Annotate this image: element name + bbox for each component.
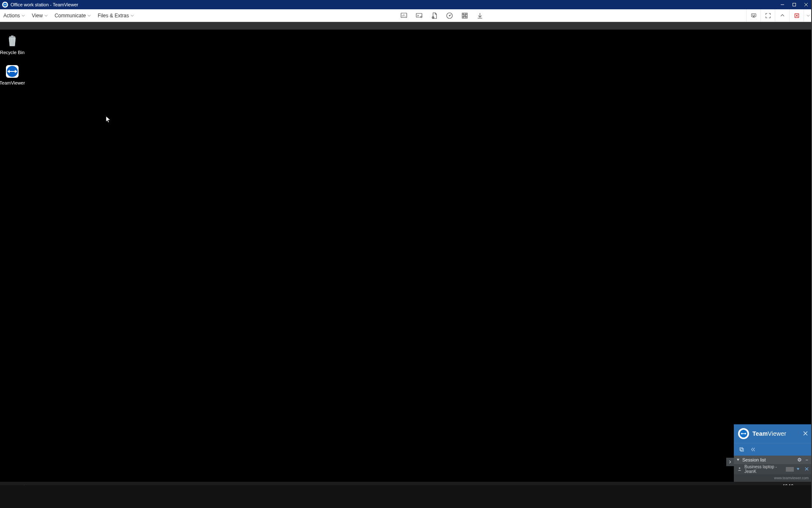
menu-actions-label: Actions (3, 13, 20, 19)
teamviewer-logo-icon (738, 428, 749, 439)
chevron-down-icon (44, 14, 48, 17)
collapse-toolbar-icon[interactable] (775, 9, 789, 22)
svg-rect-41 (740, 448, 743, 451)
end-session-dropdown[interactable] (804, 9, 812, 22)
menu-files-extras-label: Files & Extras (98, 13, 129, 19)
gear-icon[interactable]: ⚙ (797, 457, 802, 463)
svg-rect-2 (793, 3, 796, 6)
menu-view-label: View (32, 13, 43, 19)
panel-expand-tab[interactable] (726, 458, 734, 466)
main-toolbar: Actions View Communicate Files & Extras (0, 9, 812, 22)
svg-point-14 (449, 15, 450, 16)
chevron-down-icon (807, 14, 810, 17)
maximize-button[interactable] (788, 0, 800, 9)
teamviewer-app-icon (2, 2, 8, 8)
session-list-header[interactable]: Session list ⚙ − (734, 456, 812, 464)
panel-footer: www.teamviewer.com (734, 474, 812, 482)
panel-collapse-icon[interactable] (750, 447, 756, 452)
chevron-down-icon (131, 14, 134, 17)
desktop-icon-recycle-bin[interactable]: Recycle Bin (0, 34, 27, 55)
minus-icon[interactable]: − (804, 457, 809, 462)
session-close-icon[interactable] (802, 467, 809, 472)
secondary-bar (0, 22, 812, 30)
remote-desktop-viewport[interactable]: Recycle Bin TeamViewer (0, 30, 812, 495)
panel-header: TeamViewer (734, 424, 812, 443)
fullscreen-icon[interactable] (760, 9, 775, 22)
monitoring-icon[interactable] (399, 11, 409, 20)
svg-rect-31 (11, 36, 14, 36)
triangle-down-icon (736, 458, 740, 462)
chevron-down-icon (22, 14, 25, 17)
svg-point-42 (739, 467, 741, 469)
desktop-icon-label: TeamViewer (0, 80, 27, 85)
menu-actions[interactable]: Actions (0, 9, 28, 22)
desktop-icon-label: Recycle Bin (0, 50, 27, 55)
panel-close-button[interactable] (803, 431, 808, 437)
close-icon (803, 431, 808, 436)
recycle-bin-icon (5, 34, 19, 48)
window-titlebar: Office work station - TeamViewer (0, 0, 812, 9)
menu-communicate-label: Communicate (54, 13, 86, 19)
feedback-icon[interactable] (746, 9, 760, 22)
close-button[interactable] (800, 0, 812, 9)
remote-scripting-icon[interactable] (430, 11, 439, 20)
chevron-right-icon (728, 460, 732, 464)
minimize-button[interactable] (777, 0, 788, 9)
svg-point-25 (752, 15, 753, 15)
teamviewer-side-panel: TeamViewer Ses (734, 424, 812, 482)
session-entry-label: Business laptop - JeanK (744, 464, 783, 474)
svg-point-26 (754, 15, 755, 15)
end-session-button[interactable] (789, 9, 804, 22)
teamviewer-icon (5, 64, 19, 79)
download-icon[interactable] (475, 11, 485, 20)
svg-point-10 (420, 16, 422, 17)
performance-icon[interactable] (445, 11, 454, 20)
svg-rect-30 (9, 36, 15, 38)
patch-grid-icon[interactable] (460, 11, 469, 20)
remote-cursor-icon (106, 116, 111, 125)
viewer-bottom-gap (0, 485, 812, 508)
svg-rect-40 (741, 448, 744, 451)
menu-files-extras[interactable]: Files & Extras (94, 9, 137, 22)
panel-brand: TeamViewer (752, 430, 800, 437)
session-list-label: Session list (742, 457, 766, 462)
panel-footer-link[interactable]: www.teamviewer.com (774, 476, 809, 480)
panel-toolrow (734, 443, 812, 456)
session-entry[interactable]: Business laptop - JeanK xxx (734, 464, 812, 474)
menu-view[interactable]: View (28, 9, 51, 22)
desktop-icon-teamviewer[interactable]: TeamViewer (0, 64, 27, 85)
triangle-down-icon[interactable] (796, 467, 800, 472)
window-title: Office work station - TeamViewer (11, 2, 777, 7)
remote-terminal-icon[interactable] (414, 11, 424, 20)
panel-copy-icon[interactable] (739, 447, 744, 452)
person-icon (737, 467, 742, 472)
chevron-down-icon (87, 14, 91, 17)
redacted-text: xxx (786, 467, 794, 472)
menu-communicate[interactable]: Communicate (51, 9, 94, 22)
